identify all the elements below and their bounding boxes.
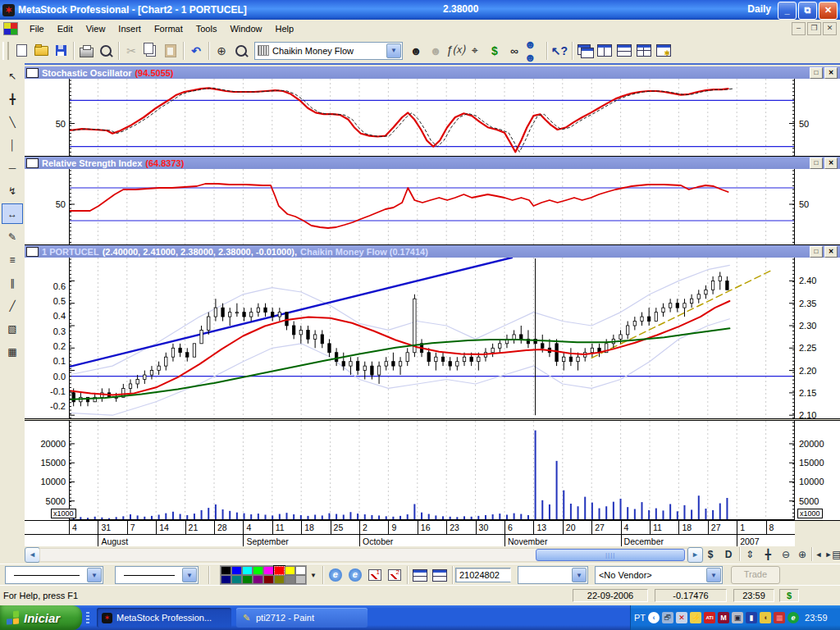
menu-item-format[interactable]: Format [148, 21, 189, 36]
paste-icon[interactable] [161, 42, 180, 60]
symbol-id-field[interactable]: 21024802 [455, 568, 511, 582]
panel-maximize-icon[interactable]: □ [810, 67, 823, 79]
close-button[interactable]: ✕ [819, 2, 838, 20]
chevron-down-icon[interactable]: ▼ [572, 568, 587, 582]
split-top-icon[interactable] [410, 566, 430, 584]
stochastic-plot[interactable]: 5050 [25, 79, 840, 157]
task-button-paint[interactable]: ✎ pti2712 - Paint [236, 608, 368, 628]
chart-layout1-icon[interactable]: 1 [365, 566, 385, 584]
search-icon[interactable]: ∞ [504, 42, 524, 60]
chevron-down-icon[interactable]: ▼ [706, 568, 721, 582]
crosshair-tool-icon[interactable]: ╋ [2, 89, 23, 109]
menu-item-window[interactable]: Window [223, 21, 268, 36]
security-lock-icon[interactable]: ☻ [406, 42, 426, 60]
menu-item-help[interactable]: Help [269, 21, 301, 36]
downloader-icon[interactable]: $ [485, 42, 504, 60]
line-weight-combobox[interactable]: ▼ [115, 566, 199, 584]
undo-icon[interactable]: ↶ [186, 42, 206, 60]
print-preview-icon[interactable] [96, 42, 116, 60]
stochastic-panel-header[interactable]: Stochastic Oscillator (94.5055) □ ✕ [25, 66, 840, 79]
crosshair-icon[interactable]: ⊕ [212, 42, 231, 60]
cascade-windows-icon[interactable] [575, 42, 595, 60]
line-style-combobox[interactable]: ▼ [5, 566, 103, 584]
expert-advisor-icon[interactable]: ☻ [426, 42, 445, 60]
mdi-restore-button[interactable]: ❐ [807, 22, 821, 35]
zigzag-tool-icon[interactable]: ↯ [2, 180, 23, 201]
tile-horizontal-icon[interactable] [614, 42, 634, 60]
chevron-down-icon[interactable]: ▼ [87, 568, 102, 582]
panel-close-icon[interactable]: ✕ [824, 158, 838, 169]
mdi-close-button[interactable]: ✕ [823, 22, 837, 35]
rsi-plot[interactable]: 5050 [25, 169, 840, 245]
color-swatch[interactable] [221, 566, 231, 575]
trade-button[interactable]: Trade [731, 566, 780, 584]
internet-tray-icon[interactable]: e [788, 612, 799, 623]
help-pointer-icon[interactable]: ↖? [550, 42, 569, 60]
scrollbar-thumb[interactable] [536, 549, 685, 561]
tile-grid-icon[interactable] [634, 42, 654, 60]
color-swatch[interactable] [263, 566, 274, 575]
rsi-panel-header[interactable]: Relative Strength Index (64.8373) □ ✕ [25, 157, 840, 169]
copy-icon[interactable] [141, 42, 161, 60]
split-bottom-icon[interactable] [430, 566, 450, 584]
vertical-line-tool-icon[interactable]: │ [2, 135, 23, 155]
scrollbar-track[interactable] [39, 548, 687, 562]
price-panel-header[interactable]: 1 PORTUCEL (2.40000, 2.41000, 2.38000, 2… [25, 245, 840, 258]
diagonal-line-tool-icon[interactable]: ╱ [2, 295, 23, 316]
menu-item-edit[interactable]: Edit [51, 21, 80, 36]
collapse-box-icon[interactable] [26, 68, 39, 78]
workspace-options-icon[interactable] [654, 42, 673, 60]
display-tray-icon[interactable]: ▣ [732, 612, 743, 623]
network-tray-icon[interactable]: 🗗 [662, 612, 673, 623]
panel-close-icon[interactable]: ✕ [824, 67, 838, 79]
system-tester-icon[interactable]: ☻☻ [524, 42, 544, 60]
volume-tray-icon[interactable]: ◖ [760, 612, 771, 623]
text-note-tool-icon[interactable]: ✎ [2, 226, 23, 247]
zoom-out-icon[interactable]: ⊖ [778, 546, 794, 563]
scaling-icon[interactable]: $ [702, 546, 719, 563]
minimize-button[interactable]: _ [778, 2, 797, 20]
save-icon[interactable] [51, 42, 71, 60]
start-button[interactable]: Iniciar [0, 605, 82, 630]
chevron-down-icon[interactable]: ▼ [182, 568, 197, 582]
scroll-left-icon[interactable]: ◄ [25, 547, 40, 563]
explorer-icon[interactable]: ⌖ [465, 42, 485, 60]
color-swatch[interactable] [274, 566, 285, 575]
hatch-tool-icon[interactable]: ▧ [2, 318, 23, 339]
empty-combobox[interactable]: ▼ [518, 566, 588, 584]
open-icon[interactable] [31, 42, 51, 60]
tile-vertical-icon[interactable] [595, 42, 614, 60]
menu-item-file[interactable]: File [23, 21, 51, 36]
color-swatch[interactable] [253, 566, 263, 575]
chart-layout2-icon[interactable]: 2 [385, 566, 404, 584]
menu-item-insert[interactable]: Insert [112, 21, 148, 36]
color-swatch[interactable] [221, 575, 231, 584]
panel-close-icon[interactable]: ✕ [824, 246, 838, 258]
print-icon[interactable] [76, 42, 96, 60]
browser-alt-icon[interactable]: e [345, 566, 365, 584]
battery-tray-icon[interactable]: ▮ [746, 612, 757, 623]
language-indicator[interactable]: PT [634, 613, 646, 623]
restore-button[interactable]: ⧉ [798, 2, 817, 20]
updates-tray-icon[interactable]: ⚡ [690, 612, 701, 623]
quicklaunch-tray-icon[interactable]: ▦ [774, 612, 785, 623]
fit-vertical-icon[interactable]: ⇕ [742, 546, 758, 563]
color-swatch[interactable] [295, 566, 306, 575]
mcafee-tray-icon[interactable]: M [718, 612, 729, 623]
color-swatch[interactable] [253, 575, 263, 584]
pointer-tool-icon[interactable]: ↖ [2, 66, 23, 86]
color-swatch[interactable] [274, 575, 285, 584]
color-swatch[interactable] [242, 566, 253, 575]
mdi-minimize-button[interactable]: – [792, 22, 806, 35]
volume-plot[interactable]: x1000 x1000 2000020000150001500010000100… [25, 420, 840, 521]
zoom-area-icon[interactable] [231, 42, 251, 60]
zoom-in-icon[interactable]: ⊕ [794, 546, 810, 563]
trendline-tool-icon[interactable]: ╲ [2, 112, 23, 132]
menu-item-view[interactable]: View [80, 21, 112, 36]
palette-dropdown-icon[interactable]: ▼ [310, 572, 317, 579]
periodicity-daily-icon[interactable]: D [720, 546, 737, 563]
toolbar-handle[interactable] [2, 42, 9, 60]
color-swatch[interactable] [285, 566, 295, 575]
offline-computer-tray-icon[interactable]: ✕ [676, 612, 687, 623]
collapse-box-icon[interactable] [26, 158, 39, 168]
